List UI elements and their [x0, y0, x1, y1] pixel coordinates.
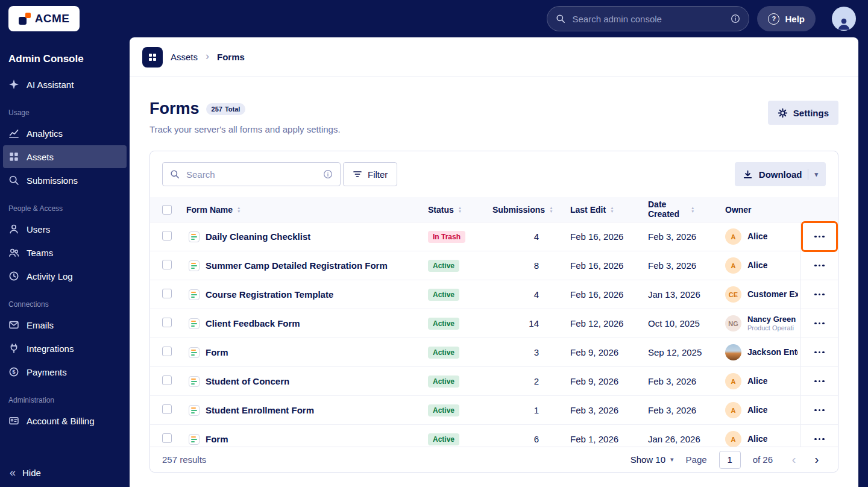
- row-checkbox[interactable]: [162, 318, 172, 327]
- sort-icon[interactable]: ▲▼: [691, 206, 694, 213]
- download-button[interactable]: Download ▾: [735, 162, 826, 186]
- assets-breadcrumb-icon[interactable]: [142, 47, 163, 68]
- settings-button[interactable]: Settings: [768, 101, 838, 125]
- owner-name: Alice: [747, 260, 767, 271]
- chevron-right-icon: ›: [206, 51, 209, 63]
- owner-name: Alice: [747, 376, 767, 386]
- column-owner: Owner: [725, 205, 752, 215]
- form-name-link[interactable]: Summer Camp Detailed Registration Form: [206, 260, 388, 271]
- sidebar-item-label: Assets: [27, 152, 54, 162]
- sidebar-item-label: Teams: [27, 248, 53, 258]
- info-icon[interactable]: [731, 14, 740, 24]
- sort-icon[interactable]: ▲▼: [458, 206, 462, 213]
- previous-page-button[interactable]: ‹: [785, 451, 803, 469]
- sidebar-hide-button[interactable]: « Hide: [0, 458, 130, 487]
- sidebar-item-users[interactable]: Users: [3, 218, 127, 240]
- select-all-checkbox[interactable]: [162, 205, 172, 215]
- sidebar-item-account-billing[interactable]: Account & Billing: [3, 409, 127, 432]
- form-name-link[interactable]: Daily Cleaning Checklist: [206, 231, 310, 242]
- sidebar-sections: UsageAnalyticsAssetsSubmissionsPeople & …: [0, 96, 130, 432]
- question-icon: ?: [768, 13, 779, 25]
- table-search-input[interactable]: [185, 169, 318, 180]
- settings-button-label: Settings: [793, 108, 829, 118]
- total-label: Total: [225, 105, 240, 113]
- form-name-link[interactable]: Student Enrollment Form: [206, 405, 314, 415]
- row-checkbox[interactable]: [162, 375, 172, 385]
- sidebar-item-analytics[interactable]: Analytics: [3, 122, 127, 145]
- sidebar-item-submissions[interactable]: Submissions: [3, 169, 127, 192]
- row-actions-button[interactable]: [810, 256, 830, 276]
- row-actions-button[interactable]: [810, 342, 830, 363]
- row-actions-button[interactable]: [810, 313, 830, 334]
- sidebar-item-activity-log[interactable]: Activity Log: [3, 265, 127, 287]
- sidebar-item-ai-assistant[interactable]: AI Assistant: [3, 73, 127, 96]
- page-number-input[interactable]: [719, 451, 741, 469]
- row-actions-button[interactable]: [810, 371, 830, 392]
- form-name-link[interactable]: Form: [206, 434, 228, 444]
- row-actions-button[interactable]: [810, 227, 830, 247]
- acme-logo[interactable]: ACME: [8, 6, 80, 31]
- row-checkbox[interactable]: [162, 347, 172, 356]
- owner-name: Alice: [747, 231, 767, 242]
- column-last-edit: Last Edit: [570, 205, 606, 215]
- form-name-link[interactable]: Client Feedback Form: [206, 318, 300, 328]
- form-name-link[interactable]: Course Registration Template: [206, 289, 333, 300]
- chevron-down-icon[interactable]: ▾: [814, 171, 818, 178]
- emails-icon: [8, 319, 19, 330]
- table-row: Course Registration Template Active 4 Fe…: [150, 280, 838, 309]
- date-created: Feb 3, 2026: [648, 405, 725, 415]
- submissions-count: 4: [492, 289, 570, 300]
- form-name-link[interactable]: Student of Concern: [206, 376, 289, 386]
- sidebar-section-label: People & Access: [0, 192, 130, 217]
- form-name-link[interactable]: Form: [206, 347, 228, 357]
- sidebar-item-assets[interactable]: Assets: [3, 145, 127, 168]
- page-subtitle: Track your server's all forms and apply …: [149, 124, 341, 134]
- page-title: Forms: [149, 99, 200, 118]
- owner-avatar: A: [725, 257, 741, 274]
- table-row: Form Active 3 Feb 9, 2026 Sep 12, 2025 J…: [150, 338, 838, 367]
- filter-button[interactable]: Filter: [343, 162, 397, 186]
- billing-icon: [8, 415, 19, 426]
- breadcrumb-assets-link[interactable]: Assets: [171, 52, 198, 62]
- user-avatar[interactable]: [832, 7, 856, 31]
- page-total: of 26: [753, 454, 773, 465]
- row-actions-button[interactable]: [810, 284, 830, 305]
- admin-search-input[interactable]: [571, 13, 725, 25]
- last-edit-date: Feb 9, 2026: [570, 347, 648, 357]
- sidebar-item-integrations[interactable]: Integrations: [3, 337, 127, 360]
- row-checkbox[interactable]: [162, 231, 172, 240]
- row-checkbox[interactable]: [162, 404, 172, 414]
- teams-icon: [8, 247, 19, 258]
- next-page-button[interactable]: ›: [808, 451, 826, 469]
- sort-icon[interactable]: ▲▼: [610, 206, 614, 213]
- sidebar: Admin Console AI Assistant UsageAnalytic…: [0, 37, 130, 487]
- table-footer: 257 results Show 10 ▾ Page of 26 ‹ ›: [150, 447, 838, 472]
- row-checkbox[interactable]: [162, 260, 172, 269]
- info-icon[interactable]: [323, 169, 333, 179]
- main-panel: Assets › Forms Forms 257 Total Track you…: [130, 37, 858, 487]
- date-created: Jan 26, 2026: [648, 434, 725, 444]
- show-per-page-select[interactable]: Show 10 ▾: [631, 454, 674, 465]
- last-edit-date: Feb 9, 2026: [570, 376, 648, 386]
- sidebar-item-payments[interactable]: $Payments: [3, 360, 127, 383]
- form-icon: [189, 289, 200, 300]
- row-checkbox[interactable]: [162, 289, 172, 298]
- owner-avatar: CE: [725, 286, 741, 303]
- sidebar-item-emails[interactable]: Emails: [3, 313, 127, 336]
- last-edit-date: Feb 12, 2026: [570, 318, 648, 328]
- help-button-label: Help: [785, 14, 805, 24]
- sidebar-title: Admin Console: [0, 37, 130, 72]
- sort-icon[interactable]: ▲▼: [237, 206, 241, 213]
- row-checkbox[interactable]: [162, 433, 172, 443]
- date-created: Feb 3, 2026: [648, 231, 725, 242]
- help-button[interactable]: ? Help: [757, 6, 816, 31]
- table-row: Student of Concern Active 2 Feb 9, 2026 …: [150, 367, 838, 396]
- row-actions-button[interactable]: [810, 400, 830, 421]
- payments-icon: $: [8, 366, 19, 377]
- owner-avatar: NG: [725, 315, 741, 331]
- sort-icon[interactable]: ▲▼: [549, 206, 553, 213]
- owner-avatar: [725, 344, 741, 360]
- admin-search-box: [547, 6, 749, 31]
- sidebar-item-teams[interactable]: Teams: [3, 241, 127, 264]
- total-count: 257: [212, 105, 222, 113]
